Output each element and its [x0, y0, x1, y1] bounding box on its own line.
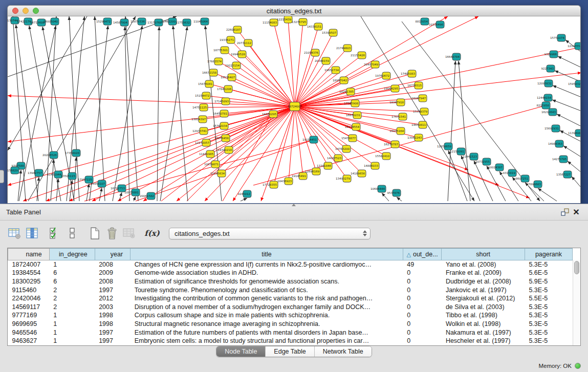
graph-node-yellow[interactable]: 15078456 — [214, 135, 230, 142]
table-cell[interactable]: Jankovic et al. (1997) — [442, 286, 525, 294]
table-cell[interactable]: 0 — [403, 286, 442, 294]
graph-node-yellow[interactable]: 18436923 — [277, 178, 293, 185]
column-header-in_degree[interactable]: in_degree — [49, 249, 95, 260]
table-cell[interactable]: 5.3E-5 — [525, 286, 572, 294]
graph-node-teal[interactable]: 15958321 — [568, 80, 580, 87]
table-cell[interactable]: Stergiakouli et al. (2012) — [442, 294, 525, 303]
table-row[interactable]: 1456911722003Disruption of a novel membe… — [8, 302, 573, 311]
graph-node-yellow[interactable]: 14338151 — [307, 23, 322, 30]
delete-icon[interactable] — [104, 226, 120, 241]
graph-node-teal[interactable]: 10686444 — [371, 185, 386, 192]
graph-node-teal[interactable]: 15296472 — [96, 18, 112, 25]
table-cell[interactable]: 5.6E-5 — [525, 269, 572, 277]
graph-node-yellow[interactable]: 14783200 — [335, 145, 351, 152]
graph-node-teal[interactable]: 8607251 — [516, 175, 530, 182]
rows-icon[interactable] — [64, 226, 80, 241]
tab-node-table[interactable]: Node Table — [216, 346, 266, 357]
table-cell[interactable]: 9699695 — [8, 320, 50, 329]
graph-node-yellow[interactable]: 21153426 — [351, 52, 366, 59]
table-cell[interactable]: 5.3E-5 — [525, 260, 572, 269]
table-cell[interactable]: Genome-wide association studies in ADHD. — [130, 269, 403, 277]
tab-edge-table[interactable]: Edge Table — [266, 346, 314, 357]
float-window-icon[interactable] — [559, 207, 571, 218]
graph-node-teal[interactable]: 12093832 — [537, 80, 553, 87]
table-cell[interactable]: Corpus callosum shape and size in male p… — [130, 311, 403, 320]
table-row[interactable]: 1830029562008Estimation of significance … — [8, 277, 573, 286]
graph-node-yellow[interactable]: 13493279 — [336, 175, 351, 182]
graph-node-yellow[interactable]: 14751125 — [192, 104, 208, 111]
graph-node-yellow[interactable]: 22608187 — [226, 26, 242, 33]
table-cell[interactable]: 5.9E-5 — [525, 277, 572, 286]
table-cell[interactable]: 9465546 — [8, 328, 50, 337]
table-cell[interactable]: 14569117 — [8, 302, 50, 311]
table-row[interactable]: 977716911998Corpus callosum shape and si… — [8, 311, 573, 320]
network-canvas[interactable]: 2260818719336271187753011766357416672158… — [7, 16, 581, 203]
graph-node-yellow[interactable]: 16975164 — [389, 127, 405, 135]
graph-node-teal[interactable]: 16782753 — [111, 185, 126, 192]
graph-node-yellow[interactable]: 15399507 — [322, 29, 337, 36]
graph-node-yellow[interactable]: 18300295 — [262, 111, 277, 118]
column-header-year[interactable]: year — [95, 249, 130, 260]
table-row[interactable]: 1872400712008Changes of HCN gene express… — [8, 260, 573, 269]
scrollbar-thumb[interactable] — [574, 261, 579, 274]
graph-node-teal[interactable]: 20061582 — [140, 192, 155, 200]
graph-node-yellow[interactable]: 12933741 — [192, 127, 208, 135]
table-cell[interactable]: 9463627 — [8, 337, 50, 345]
table-cell[interactable]: 5.5E-5 — [525, 294, 572, 303]
table-cell[interactable]: Embryonic stem cells: a model to study s… — [130, 337, 403, 345]
graph-node-teal[interactable]: 8813054 — [416, 18, 429, 25]
new-document-icon[interactable] — [87, 226, 102, 241]
graph-node-yellow[interactable]: 12696169 — [305, 168, 320, 175]
graph-node-teal[interactable]: 12444154 — [537, 94, 552, 101]
table-cell[interactable]: 1 — [49, 328, 95, 337]
graph-node-yellow[interactable]: 20457049 — [364, 61, 379, 68]
table-cell[interactable]: 5.3E-5 — [525, 328, 572, 337]
graph-node-teal[interactable]: 8215958 — [537, 102, 551, 109]
table-cell[interactable]: Tibbo et al. (1998) — [442, 311, 525, 320]
graph-node-yellow[interactable]: 21749803 — [336, 45, 352, 52]
graph-node-teal[interactable]: 15751074 — [550, 34, 565, 41]
column-header-title[interactable]: title — [130, 249, 403, 260]
graph-node-teal[interactable]: 13879336 — [130, 18, 146, 25]
column-select-icon[interactable] — [25, 226, 40, 241]
table-cell[interactable]: 49 — [403, 260, 442, 269]
table-cell[interactable]: Estimation of significance thresholds fo… — [130, 277, 403, 286]
graph-node-teal[interactable]: 9245012 — [238, 190, 252, 198]
column-header-pagerank[interactable]: pagerank — [525, 249, 572, 260]
graph-node-yellow[interactable]: 19145491 — [292, 172, 307, 180]
graph-node-teal[interactable]: 14275795 — [552, 156, 568, 163]
table-cell[interactable]: 9777169 — [8, 311, 50, 320]
table-cell[interactable]: 1 — [49, 311, 95, 320]
graph-node-teal[interactable]: 14984363 — [548, 140, 563, 147]
table-cell[interactable]: 19384554 — [8, 269, 50, 277]
graph-node-teal[interactable]: 9329966 — [545, 51, 558, 58]
table-cell[interactable]: Changes of HCN gene expression and I(f) … — [130, 260, 403, 269]
table-cell[interactable]: 0 — [403, 337, 442, 345]
graph-node-yellow[interactable]: 13276795 — [292, 18, 307, 26]
graph-node-yellow[interactable]: 16067947 — [411, 95, 427, 102]
graph-node-yellow[interactable]: 14886033 — [364, 162, 379, 169]
table-row[interactable]: 946362711997Embryonic stem cells: a mode… — [8, 337, 573, 345]
table-cell[interactable]: 0 — [403, 328, 442, 337]
node-attribute-table[interactable]: namein_degreeyeartitle△out_de...shortpag… — [8, 248, 573, 345]
table-cell[interactable]: 1 — [49, 337, 95, 345]
graph-node-yellow[interactable]: 14189656 — [351, 170, 366, 177]
graph-node-teal[interactable]: 7898683 — [529, 181, 542, 188]
graph-node-yellow[interactable]: 17663574 — [207, 58, 223, 65]
table-cell[interactable]: 18300295 — [8, 277, 50, 286]
table-cell[interactable]: 5.3E-5 — [525, 337, 572, 345]
graph-node-teal[interactable]: 16210643 — [541, 108, 557, 116]
table-cell[interactable]: de Silva et al. (2003) — [442, 302, 525, 311]
table-cell[interactable]: 18724007 — [8, 260, 50, 269]
table-cell[interactable]: 6 — [49, 269, 95, 277]
table-cell[interactable]: Dudbridge et al. (2008) — [442, 277, 525, 286]
graph-node-teal[interactable]: 9537876 — [387, 189, 401, 196]
table-cell[interactable]: 1997 — [95, 286, 130, 294]
graph-node-teal[interactable]: 13505115 — [61, 172, 76, 180]
table-settings-icon[interactable] — [7, 226, 23, 241]
graph-node-teal[interactable]: 17359928 — [65, 149, 80, 157]
table-cell[interactable]: 9115460 — [8, 286, 50, 294]
graph-node-yellow[interactable]: 19223154 — [225, 62, 241, 69]
graph-node-teal[interactable]: 10336496 — [429, 21, 444, 28]
table-cell[interactable]: 2008 — [95, 260, 130, 269]
